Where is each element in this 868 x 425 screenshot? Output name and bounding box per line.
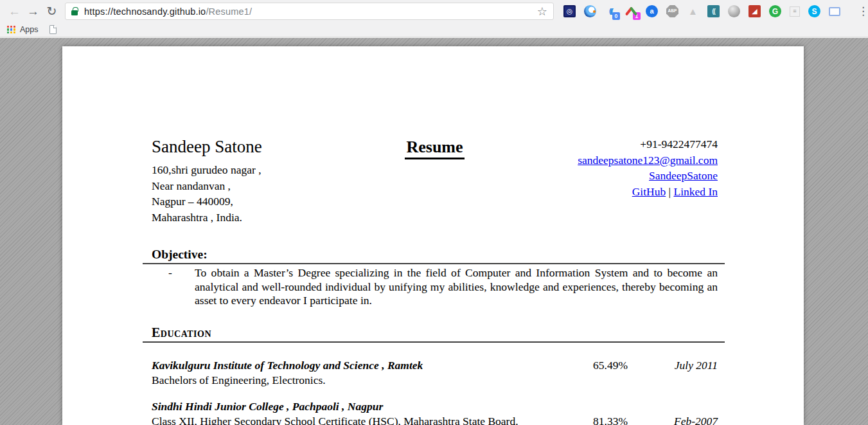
date-value: Feb-2007 bbox=[628, 414, 718, 425]
url-text[interactable]: https://technosandy.github.io/Resume1/ bbox=[84, 6, 537, 17]
chart-glyph: ◢ bbox=[752, 8, 757, 15]
browser-menu-icon[interactable]: ⋮ bbox=[858, 5, 868, 18]
profile-link[interactable]: SandeepSatone bbox=[649, 169, 718, 182]
link-separator: | bbox=[666, 185, 673, 198]
institution-name: Sindhi Hindi Junior College , Pachpaoli … bbox=[152, 399, 718, 415]
google-drive-extension-icon[interactable]: ▲ bbox=[687, 5, 699, 17]
resume-header: Sandeep Satone 160,shri gurudeo nagar , … bbox=[152, 136, 718, 225]
notes-extension-icon[interactable]: ≡ bbox=[790, 6, 800, 17]
person-name: Sandeep Satone bbox=[152, 136, 421, 157]
education-entry: Sindhi Hindi Junior College , Pachpaoli … bbox=[152, 399, 718, 425]
institution-name: Kavikulguru Institute of Technology and … bbox=[152, 358, 570, 374]
grammarly-extension-icon[interactable]: G bbox=[769, 5, 781, 17]
teal-wave-extension-icon[interactable]: (( bbox=[707, 5, 720, 17]
url-path: /Resume1/ bbox=[206, 6, 252, 17]
bookmark-star-icon[interactable]: ☆ bbox=[537, 6, 547, 17]
score-value: 81.33% bbox=[570, 414, 628, 425]
reload-icon[interactable]: ↻ bbox=[42, 5, 61, 17]
degree-detail: Class XII, Higher Secondary School Certi… bbox=[152, 414, 570, 425]
amazon-assistant-extension-icon[interactable]: a bbox=[646, 5, 658, 17]
bullet-marker: - bbox=[168, 266, 172, 280]
skype-s-glyph: S bbox=[811, 8, 817, 15]
education-entry: Kavikulguru Institute of Technology and … bbox=[152, 358, 718, 388]
apps-label[interactable]: Apps bbox=[20, 25, 39, 34]
drive-triangle-glyph: ▲ bbox=[688, 6, 698, 16]
address-bar[interactable]: https://technosandy.github.io/Resume1/ ☆ bbox=[65, 3, 554, 20]
objective-heading: Objective: bbox=[143, 247, 725, 264]
email-link[interactable]: sandeepsatone123@gmail.com bbox=[578, 154, 718, 167]
skype-extension-icon[interactable]: S bbox=[808, 5, 820, 17]
amazon-a-glyph: a bbox=[650, 8, 653, 15]
traffic-chart-extension-icon[interactable]: ◢ bbox=[748, 5, 761, 17]
linkedin-link[interactable]: Linked In bbox=[673, 185, 718, 198]
address-line: Near nandanvan , bbox=[152, 178, 421, 194]
objective-text: - To obtain a Master’s Degree specializi… bbox=[152, 266, 718, 308]
grammarly-g-glyph: G bbox=[772, 8, 778, 15]
score-value: 65.49% bbox=[570, 358, 628, 374]
extensions-row: ◎ ((( 0 1 a ABP ▲ (( ◢ G ≡ S ⋮ bbox=[563, 5, 868, 18]
date-value: July 2011 bbox=[628, 358, 718, 374]
gray-sphere-extension-icon[interactable] bbox=[728, 5, 740, 17]
objective-body: To obtain a Master’s Degree specializing… bbox=[195, 266, 718, 307]
site-search-extension-icon[interactable]: ◎ bbox=[563, 5, 576, 17]
extension-badge: 0 bbox=[612, 12, 620, 20]
teal-wave-glyph: (( bbox=[712, 8, 715, 15]
signal-arcs-extension-icon[interactable]: ((( 0 bbox=[605, 5, 617, 17]
github-link[interactable]: GitHub bbox=[632, 185, 666, 198]
abp-glyph: ABP bbox=[668, 9, 677, 14]
apps-grid-icon[interactable] bbox=[7, 26, 15, 34]
address-line: 160,shri gurudeo nagar , bbox=[152, 162, 421, 178]
address-line: Maharashtra , India. bbox=[152, 210, 421, 226]
browser-toolbar: ← → ↻ https://technosandy.github.io/Resu… bbox=[0, 0, 868, 23]
identity-block: Sandeep Satone 160,shri gurudeo nagar , … bbox=[152, 136, 421, 225]
back-icon[interactable]: ← bbox=[5, 5, 24, 17]
resume-document: Sandeep Satone 160,shri gurudeo nagar , … bbox=[62, 46, 804, 425]
contact-block: +91-9422477474 sandeepsatone123@gmail.co… bbox=[578, 136, 718, 199]
screenshot-frame-extension-icon[interactable] bbox=[829, 7, 840, 16]
education-heading: Education bbox=[143, 325, 725, 343]
url-domain: https://technosandy.github.io bbox=[84, 6, 206, 17]
document-title: Resume bbox=[405, 138, 464, 159]
eagle-downloader-extension-icon[interactable] bbox=[584, 5, 596, 17]
blank-page-bookmark-icon[interactable] bbox=[49, 25, 57, 34]
site-search-glyph: ◎ bbox=[567, 8, 573, 15]
address-line: Nagpur – 440009, bbox=[152, 194, 421, 210]
forward-icon[interactable]: → bbox=[24, 5, 42, 17]
bookmarks-bar: Apps bbox=[0, 23, 868, 37]
extension-badge: 1 bbox=[633, 12, 641, 20]
notes-lines-glyph: ≡ bbox=[793, 8, 796, 14]
adblock-plus-extension-icon[interactable]: ABP bbox=[666, 5, 678, 17]
degree-detail: Bachelors of Engineering, Electronics. bbox=[152, 373, 718, 388]
browser-viewport: Sandeep Satone 160,shri gurudeo nagar , … bbox=[0, 38, 868, 425]
phone-number: +91-9422477474 bbox=[578, 136, 718, 152]
secure-lock-icon[interactable] bbox=[71, 10, 78, 15]
crossed-markers-extension-icon[interactable]: 1 bbox=[625, 5, 637, 17]
